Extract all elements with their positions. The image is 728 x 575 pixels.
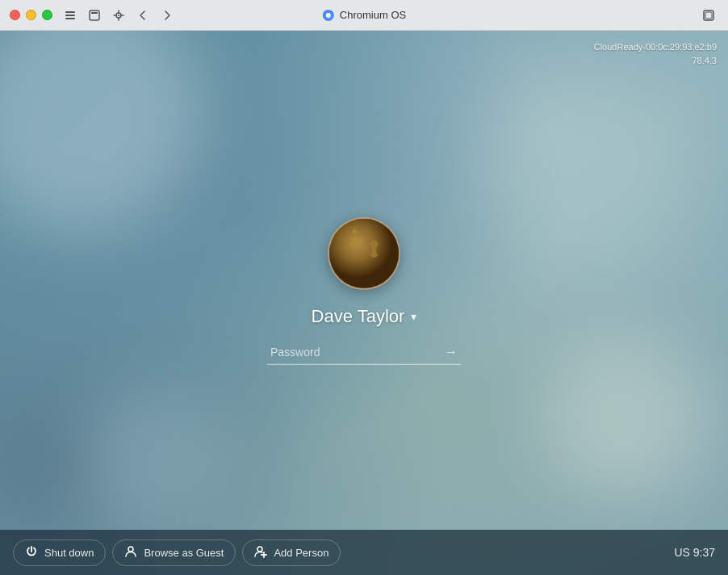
svg-rect-4 [91, 12, 98, 14]
user-name-row: Dave Taylor ▾ [312, 306, 417, 327]
window-icon[interactable] [85, 6, 104, 25]
bottom-bar: Shut down Browse as Guest Add Person [0, 530, 728, 575]
user-name: Dave Taylor [312, 306, 405, 327]
browse-guest-button[interactable]: Browse as Guest [112, 539, 236, 566]
avatar-image [329, 219, 399, 288]
device-id: CloudReady-00:0c:29:93:e2:b9 [594, 40, 717, 54]
bg-blob-4 [81, 389, 226, 535]
password-input[interactable] [267, 344, 441, 360]
submit-arrow-icon[interactable]: → [441, 343, 461, 361]
settings-icon[interactable] [109, 6, 128, 25]
guest-icon [124, 545, 137, 560]
power-icon [25, 545, 38, 560]
svg-rect-0 [65, 11, 75, 13]
titlebar-title: Chromium OS [322, 9, 406, 22]
bg-blob-2 [486, 71, 688, 273]
chromium-logo-icon [322, 9, 335, 22]
shutdown-label: Shut down [44, 547, 94, 559]
password-row: → [267, 343, 461, 365]
svg-rect-2 [65, 18, 75, 19]
minimize-button[interactable] [26, 10, 36, 20]
version: 78.4.3 [594, 54, 717, 68]
login-container: Dave Taylor ▾ → [267, 217, 461, 365]
titlebar-extra-icons [61, 6, 177, 25]
system-info: CloudReady-00:0c:29:93:e2:b9 78.4.3 [594, 40, 717, 67]
bg-blob-3 [542, 333, 704, 494]
svg-rect-28 [329, 219, 399, 288]
browse-guest-label: Browse as Guest [144, 547, 224, 559]
svg-point-30 [257, 547, 262, 552]
svg-point-29 [128, 547, 133, 552]
svg-rect-3 [90, 10, 99, 20]
chess-avatar-svg [329, 217, 399, 290]
add-person-label: Add Person [274, 547, 328, 559]
shutdown-button[interactable]: Shut down [13, 539, 106, 566]
svg-rect-1 [65, 15, 75, 16]
close-button[interactable] [10, 10, 20, 20]
add-person-icon [254, 545, 267, 560]
titlebar-right-icons [699, 6, 718, 25]
svg-point-12 [326, 13, 331, 18]
sidebar-toggle-icon[interactable] [61, 6, 80, 25]
window-title-text: Chromium OS [340, 9, 406, 21]
traffic-lights [10, 10, 52, 20]
maximize-button[interactable] [42, 10, 52, 20]
back-icon[interactable] [133, 6, 153, 25]
user-avatar[interactable] [328, 217, 400, 290]
svg-point-6 [118, 15, 119, 16]
user-dropdown-icon[interactable]: ▾ [411, 310, 416, 323]
screen: CloudReady-00:0c:29:93:e2:b9 78.4.3 [0, 31, 728, 575]
svg-rect-14 [705, 12, 712, 19]
clock: US 9:37 [674, 546, 715, 559]
forward-icon[interactable] [157, 6, 177, 25]
resize-icon[interactable] [699, 6, 718, 25]
add-person-button[interactable]: Add Person [242, 539, 341, 566]
titlebar: Chromium OS [0, 0, 728, 31]
